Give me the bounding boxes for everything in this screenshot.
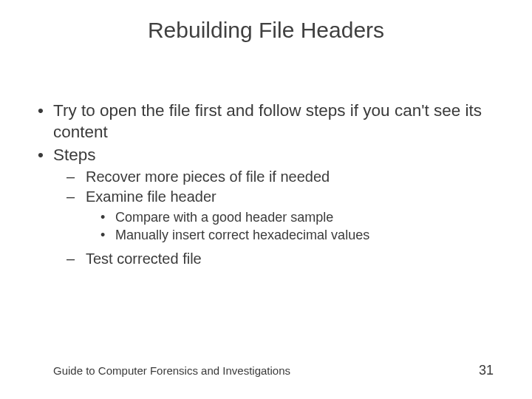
list-item: Examine file header Compare with a good … <box>66 187 505 245</box>
page-number: 31 <box>479 363 494 378</box>
slide-title: Rebuilding File Headers <box>0 0 532 43</box>
slide-body: Try to open the file first and follow st… <box>0 43 532 268</box>
list-item: Manually insert correct hexadecimal valu… <box>100 227 505 245</box>
list-text: Examine file header <box>86 188 216 205</box>
list-item: Try to open the file first and follow st… <box>27 100 505 143</box>
list-item: Compare with a good header sample <box>100 209 505 227</box>
list-text: Test corrected file <box>86 250 202 267</box>
list-item: Test corrected file <box>66 249 505 268</box>
list-text: Recover more pieces of file if needed <box>86 168 330 185</box>
slide-footer: Guide to Computer Forensics and Investig… <box>53 363 494 378</box>
list-text: Manually insert correct hexadecimal valu… <box>115 228 369 242</box>
list-text: Compare with a good header sample <box>115 210 333 225</box>
footer-text: Guide to Computer Forensics and Investig… <box>53 364 290 377</box>
list-item: Recover more pieces of file if needed <box>66 167 505 186</box>
list-text: Steps <box>53 146 96 164</box>
list-item: Steps Recover more pieces of file if nee… <box>27 145 505 268</box>
list-text: Try to open the file first and follow st… <box>53 101 482 141</box>
